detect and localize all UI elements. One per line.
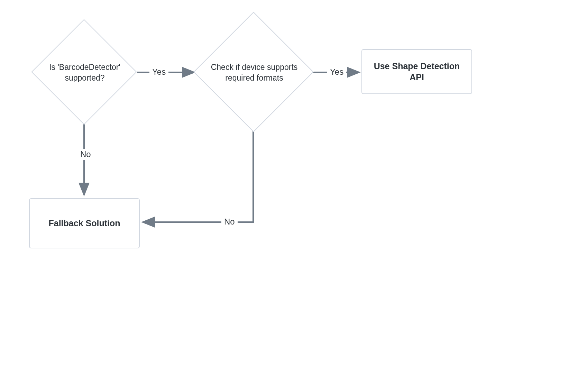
edge-label-yes2: Yes xyxy=(327,66,346,77)
edge-label-no2: No xyxy=(221,216,238,227)
edge-label-no1: No xyxy=(77,149,94,160)
decision-device-formats-text: Check if device supports required format… xyxy=(202,57,306,88)
action-fallback-solution: Fallback Solution xyxy=(29,198,140,248)
decision-barcode-line2: supported? xyxy=(65,73,104,82)
decision-barcode-line1: Is 'BarcodeDetector' xyxy=(49,63,120,72)
decision-formats-line2: required formats xyxy=(225,73,283,82)
action-shape-api-line1: Use Shape Detection xyxy=(374,61,460,71)
flowchart-diagram: Is 'BarcodeDetector' supported? Check if… xyxy=(0,0,588,366)
action-fallback-text: Fallback Solution xyxy=(49,218,120,229)
action-shape-detection-api: Use Shape Detection API xyxy=(361,49,472,94)
decision-formats-line1: Check if device supports xyxy=(211,63,298,72)
decision-barcode-detector-text: Is 'BarcodeDetector' supported? xyxy=(36,57,133,88)
edge-label-yes1: Yes xyxy=(149,66,168,77)
action-shape-api-line2: API xyxy=(410,72,424,82)
